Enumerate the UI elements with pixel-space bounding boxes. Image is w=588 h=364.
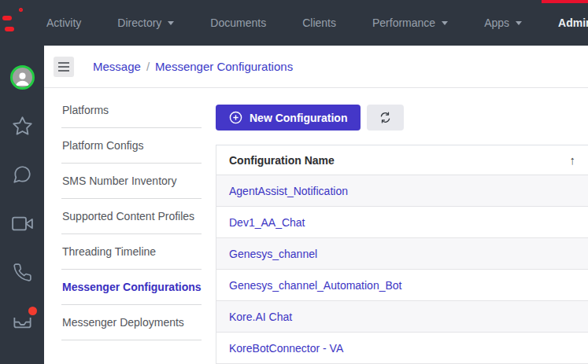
- column-header-configuration-name[interactable]: Configuration Name: [229, 154, 335, 167]
- refresh-button[interactable]: [367, 105, 404, 131]
- nav-item-apps[interactable]: Apps: [466, 0, 540, 46]
- configuration-link[interactable]: Kore.AI Chat: [229, 311, 292, 323]
- nav-label: Admin: [558, 17, 588, 29]
- nav-item-admin[interactable]: Admin: [540, 0, 588, 46]
- submenu-item-sms-number-inventory[interactable]: SMS Number Inventory: [61, 164, 202, 199]
- plus-circle-icon: [229, 111, 242, 124]
- phone-button[interactable]: [13, 260, 32, 284]
- breadcrumb-separator: /: [146, 60, 150, 73]
- nav-label: Activity: [46, 17, 81, 29]
- table-row: KoreBotConnector - VA: [216, 333, 588, 364]
- video-button[interactable]: [12, 211, 33, 235]
- breadcrumb-current-link[interactable]: Messenger Configurations: [155, 60, 293, 73]
- breadcrumb-bar: Message/Messenger Configurations: [44, 46, 588, 88]
- chevron-down-icon: [516, 21, 522, 25]
- nav-item-activity[interactable]: Activity: [28, 0, 99, 46]
- genesys-logo[interactable]: [0, 0, 24, 46]
- toolbar: New Configuration: [216, 105, 588, 131]
- configuration-link[interactable]: AgentAssist_Notification: [229, 185, 348, 197]
- nav-item-performance[interactable]: Performance: [354, 0, 466, 46]
- nav-label: Directory: [117, 17, 161, 29]
- active-tab-indicator: [542, 0, 588, 3]
- chat-bubble-icon: [12, 164, 32, 185]
- message-submenu: Platforms Platform Configs SMS Number In…: [44, 88, 202, 363]
- refresh-icon: [379, 111, 392, 124]
- top-nav-menu: Activity Directory Documents Clients Per…: [28, 0, 588, 46]
- new-configuration-label: New Configuration: [250, 112, 347, 124]
- table-row: AgentAssist_Notification: [216, 175, 588, 207]
- nav-label: Documents: [210, 17, 266, 29]
- submenu-item-platform-configs[interactable]: Platform Configs: [61, 128, 202, 164]
- person-icon: [13, 69, 31, 87]
- phone-icon: [13, 263, 32, 282]
- star-icon: [12, 116, 33, 137]
- inbox-button[interactable]: [12, 309, 33, 333]
- table-row: Genesys_channel_Automation_Bot: [216, 270, 588, 301]
- notification-badge: [28, 307, 37, 315]
- chevron-down-icon: [442, 21, 448, 25]
- table-row: Kore.AI Chat: [216, 301, 588, 333]
- top-navigation-bar: Activity Directory Documents Clients Per…: [0, 0, 588, 46]
- submenu-item-supported-content-profiles[interactable]: Supported Content Profiles: [61, 199, 202, 234]
- chevron-down-icon: [168, 21, 174, 25]
- configuration-link[interactable]: Genesys_channel: [229, 248, 317, 260]
- menu-toggle-button[interactable]: [54, 57, 74, 77]
- sort-ascending-icon[interactable]: ↑: [570, 153, 576, 167]
- chat-button[interactable]: [12, 163, 32, 186]
- breadcrumb: Message/Messenger Configurations: [93, 60, 293, 73]
- nav-label: Performance: [372, 17, 435, 29]
- user-avatar[interactable]: [10, 65, 35, 89]
- nav-item-directory[interactable]: Directory: [99, 0, 192, 46]
- table-header-row: Configuration Name ↑: [216, 145, 588, 175]
- configuration-link[interactable]: Genesys_channel_Automation_Bot: [229, 279, 401, 292]
- table-row: Genesys_channel: [216, 238, 588, 270]
- favorites-button[interactable]: [12, 114, 33, 138]
- messenger-configurations-content: New Configuration Configuration Name ↑: [202, 88, 588, 363]
- nav-item-clients[interactable]: Clients: [284, 0, 354, 46]
- table-row: Dev1_AA_Chat: [216, 207, 588, 238]
- left-icon-rail: [0, 46, 44, 364]
- avatar: [10, 65, 35, 90]
- video-camera-icon: [12, 213, 33, 234]
- submenu-item-platforms[interactable]: Platforms: [61, 93, 202, 128]
- configuration-link[interactable]: Dev1_AA_Chat: [229, 216, 305, 229]
- genesys-logo-icon: [0, 6, 24, 39]
- configurations-table: Configuration Name ↑ AgentAssist_Notific…: [216, 145, 588, 364]
- submenu-item-messenger-deployments[interactable]: Messenger Deployments: [61, 305, 202, 340]
- nav-item-documents[interactable]: Documents: [192, 0, 284, 46]
- submenu-item-messenger-configurations[interactable]: Messenger Configurations: [61, 270, 202, 305]
- nav-label: Apps: [484, 17, 509, 29]
- submenu-item-threading-timeline[interactable]: Threading Timeline: [61, 234, 202, 270]
- new-configuration-button[interactable]: New Configuration: [216, 105, 361, 131]
- breadcrumb-parent-link[interactable]: Message: [93, 60, 141, 73]
- admin-page: Message/Messenger Configurations Platfor…: [44, 46, 588, 364]
- configuration-link[interactable]: KoreBotConnector - VA: [229, 342, 343, 355]
- nav-label: Clients: [302, 17, 336, 29]
